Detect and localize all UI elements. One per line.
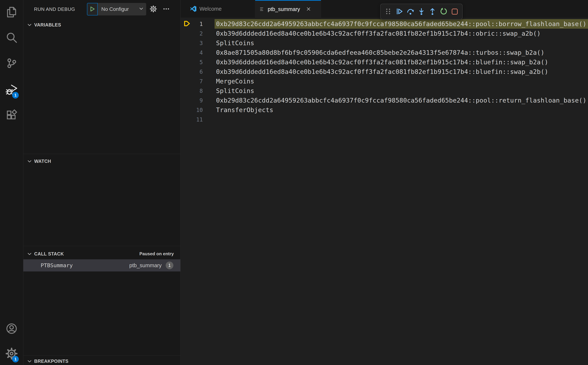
code-text[interactable]: 0x8ae871505a80d8bf6bf9c05906cda6edfeea46… — [215, 48, 588, 57]
line-number: 8 — [191, 88, 203, 94]
step-out-icon — [428, 7, 437, 16]
code-line: 1 0xb29d83c26cdd2a64959263abbcfc4a6937f0… — [181, 19, 588, 29]
chevron-down-icon — [139, 6, 144, 12]
code-line: 8 SplitCoins — [181, 86, 588, 96]
list-icon — [259, 6, 265, 12]
code-text[interactable]: 0xb29d83c26cdd2a64959263abbcfc4a6937f0c9… — [215, 19, 588, 29]
frame-name: PTBSummary — [41, 262, 73, 268]
line-number: 7 — [191, 78, 203, 84]
line-number: 5 — [191, 59, 203, 65]
restart-icon — [440, 7, 448, 16]
play-icon — [89, 6, 95, 13]
toolbar-drag-handle[interactable] — [383, 6, 393, 17]
code-text[interactable]: SplitCoins — [215, 86, 588, 96]
debug-toolbar — [380, 4, 463, 20]
continue-button[interactable] — [394, 6, 404, 17]
code-text[interactable]: 0xb29d83c26cdd2a64959263abbcfc4a6937f0c9… — [215, 96, 588, 105]
activity-bar: 1 1 — [0, 0, 23, 365]
section-breakpoints[interactable]: BREAKPOINTS — [23, 357, 180, 365]
restart-button[interactable] — [439, 6, 449, 17]
sidebar-item-source-control[interactable] — [0, 52, 23, 75]
step-into-icon — [417, 7, 425, 16]
code-text[interactable]: TransferObjects — [215, 105, 588, 115]
line-number: 1 — [191, 21, 203, 27]
account-icon — [6, 323, 17, 335]
breakpoint-gutter[interactable] — [181, 20, 191, 28]
section-label: BREAKPOINTS — [34, 358, 68, 364]
tab-label: Welcome — [199, 6, 222, 12]
close-tab-button[interactable] — [305, 6, 312, 13]
sidebar-item-run-and-debug[interactable]: 1 — [0, 78, 23, 102]
section-divider — [23, 154, 180, 154]
sidebar-item-extensions[interactable] — [0, 104, 23, 127]
grip-icon — [384, 7, 392, 16]
section-divider — [23, 355, 180, 356]
debug-badge: 1 — [12, 92, 19, 98]
sidebar-title: RUN AND DEBUG — [34, 7, 75, 12]
tab-ptb-summary[interactable]: ptb_summary — [255, 0, 321, 18]
debug-config-dropdown[interactable]: No Configur — [98, 3, 146, 15]
line-number: 3 — [191, 40, 203, 46]
chevron-down-icon — [27, 159, 32, 164]
close-icon — [306, 7, 311, 12]
code-line: 6 0xb39d6dddedd16ed8a40ce0b1e6b43c92acf0… — [181, 67, 588, 77]
start-debug-button[interactable] — [87, 3, 98, 15]
section-watch[interactable]: WATCH — [23, 157, 180, 166]
chevron-down-icon — [27, 22, 32, 27]
stop-button[interactable] — [450, 6, 460, 17]
code-text[interactable]: MergeCoins — [215, 77, 588, 86]
code-text[interactable]: SplitCoins — [215, 38, 588, 48]
sidebar-header: RUN AND DEBUG No Configur — [23, 0, 180, 18]
source-control-icon — [6, 57, 17, 70]
gear-icon — [150, 6, 157, 13]
code-line: 2 0xb39d6dddedd16ed8a40ce0b1e6b43c92acf0… — [181, 29, 588, 38]
line-number: 9 — [191, 97, 203, 104]
code-line: 7 MergeCoins — [181, 77, 588, 86]
frame-line-badge: 1 — [166, 261, 173, 269]
step-over-button[interactable] — [405, 6, 415, 17]
debug-settings-button[interactable] — [150, 6, 157, 13]
ellipsis-icon — [163, 6, 170, 13]
step-into-button[interactable] — [417, 6, 426, 17]
code-line: 5 0xb39d6dddedd16ed8a40ce0b1e6b43c92acf0… — [181, 57, 588, 67]
debug-config-label: No Configur — [101, 6, 139, 12]
chevron-down-icon — [27, 359, 32, 364]
section-label: CALL STACK — [34, 251, 64, 257]
line-number: 2 — [191, 30, 203, 37]
section-variables[interactable]: VARIABLES — [23, 20, 180, 29]
line-number: 4 — [191, 49, 203, 56]
line-number: 6 — [191, 69, 203, 75]
code-editor: 1 0xb29d83c26cdd2a64959263abbcfc4a6937f0… — [181, 18, 588, 365]
vscode-logo-icon — [190, 6, 197, 12]
code-line: 9 0xb29d83c26cdd2a64959263abbcfc4a6937f0… — [181, 96, 588, 105]
account-button[interactable] — [0, 317, 23, 341]
sidebar-item-search[interactable] — [0, 26, 23, 50]
continue-icon — [395, 7, 403, 16]
chevron-down-icon — [27, 251, 32, 256]
code-text[interactable]: 0xb39d6dddedd16ed8a40ce0b1e6b43c92acf0ff… — [215, 67, 588, 77]
code-text[interactable]: 0xb39d6dddedd16ed8a40ce0b1e6b43c92acf0ff… — [215, 57, 588, 67]
files-icon — [6, 6, 17, 19]
run-and-debug-sidebar: RUN AND DEBUG No Configur VARIABLES — [23, 0, 181, 365]
call-stack-frame[interactable]: PTBSummary ptb_summary 1 — [23, 259, 180, 271]
settings-button[interactable]: 1 — [0, 342, 23, 365]
line-number: 10 — [191, 107, 203, 113]
code-line: 3 SplitCoins — [181, 38, 588, 48]
code-line: 4 0x8ae871505a80d8bf6bf9c05906cda6edfeea… — [181, 48, 588, 57]
step-out-button[interactable] — [427, 6, 437, 17]
current-line-arrow-icon — [183, 20, 191, 28]
code-text[interactable] — [215, 115, 588, 124]
code-line: 10 TransferObjects — [181, 105, 588, 115]
sidebar-item-explorer[interactable] — [0, 1, 23, 24]
step-over-icon — [406, 7, 414, 16]
extensions-icon — [6, 109, 17, 122]
pause-status: Paused on entry — [139, 251, 174, 256]
editor-area: Welcome ptb_summary — [181, 0, 588, 365]
line-number: 11 — [191, 116, 203, 123]
more-actions-button[interactable] — [163, 6, 170, 13]
code-line: 11 — [181, 115, 588, 124]
tab-welcome[interactable]: Welcome — [181, 0, 255, 18]
code-text[interactable]: 0xb39d6dddedd16ed8a40ce0b1e6b43c92acf0ff… — [215, 29, 588, 38]
section-call-stack[interactable]: CALL STACK Paused on entry — [23, 249, 180, 258]
stop-icon — [452, 9, 458, 14]
